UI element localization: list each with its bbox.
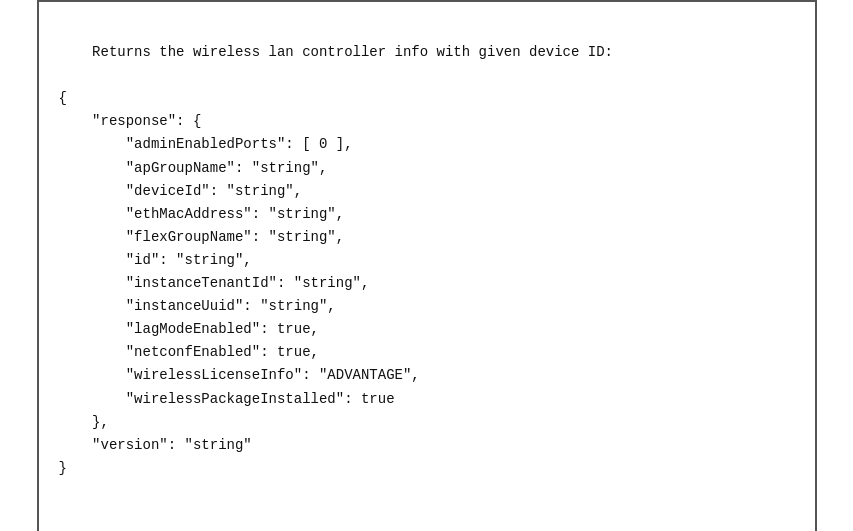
json-lines: { "response": { "adminEnabledPorts": [ 0… <box>59 90 420 476</box>
code-block: Returns the wireless lan controller info… <box>59 18 795 526</box>
description-line: Returns the wireless lan controller info… <box>92 44 613 60</box>
code-container: Returns the wireless lan controller info… <box>37 0 817 531</box>
